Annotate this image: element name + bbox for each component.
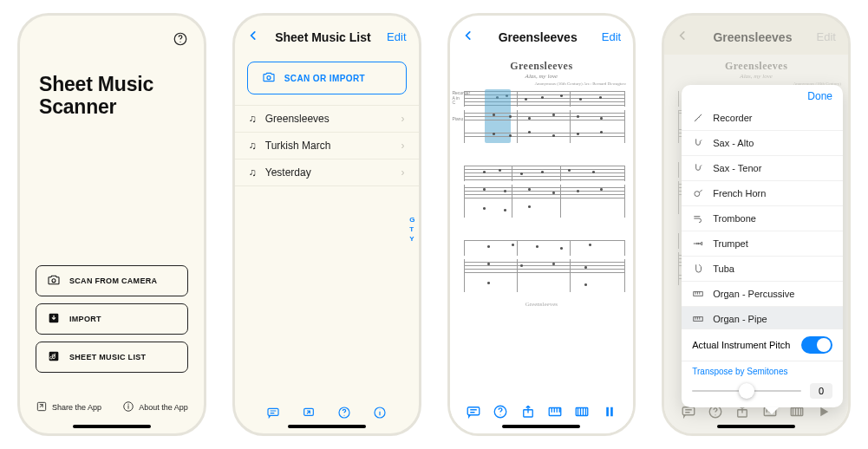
sheet-subtitle: Alas, my love: [450, 73, 634, 80]
metronome-icon[interactable]: [574, 404, 590, 420]
about-app-label: About the App: [139, 403, 188, 412]
instrument-icon[interactable]: [547, 404, 563, 420]
svg-rect-29: [694, 317, 703, 322]
share-icon: [36, 400, 48, 414]
done-button[interactable]: Done: [682, 85, 843, 106]
player-toolbar: [450, 404, 634, 420]
camera-icon: [262, 70, 276, 86]
song-row[interactable]: ♫ Yesterday ›: [235, 159, 419, 186]
share-app-link[interactable]: Share the App: [36, 400, 101, 414]
help-icon[interactable]: [337, 406, 351, 420]
back-button[interactable]: [462, 28, 474, 46]
main-action-buttons: SCAN FROM CAMERA IMPORT SHEET MUSIC LIST: [36, 265, 188, 373]
scan-from-camera-button[interactable]: SCAN FROM CAMERA: [36, 265, 188, 296]
about-app-link[interactable]: About the App: [122, 400, 188, 414]
music-note-icon: ♫: [249, 113, 257, 125]
back-button[interactable]: [676, 28, 689, 46]
song-label: Greensleeves: [265, 113, 393, 125]
share-icon[interactable]: [302, 406, 316, 420]
transpose-value: 0: [810, 383, 832, 399]
instrument-row[interactable]: Tuba: [682, 257, 843, 282]
index-letter: Y: [409, 235, 414, 243]
svg-point-15: [500, 414, 501, 415]
edit-button[interactable]: Edit: [602, 30, 621, 43]
screen-sheet-view: Greensleeves Edit Greensleeves Alas, my …: [447, 13, 636, 436]
help-icon[interactable]: [493, 404, 508, 420]
instrument-row[interactable]: Organ - Percussive: [682, 282, 843, 307]
scan-or-import-button[interactable]: SCAN OR IMPORT: [247, 62, 407, 94]
pitch-toggle[interactable]: [801, 336, 832, 354]
pause-icon[interactable]: [602, 404, 617, 420]
pitch-label: Actual Instrument Pitch: [692, 340, 790, 350]
transpose-slider[interactable]: [692, 390, 801, 392]
tuba-icon: [692, 263, 704, 275]
scan-import-label: SCAN OR IMPORT: [284, 74, 365, 83]
instrument-label: French Horn: [713, 188, 766, 198]
chevron-right-icon: ›: [401, 113, 405, 125]
svg-rect-28: [694, 292, 703, 296]
chat-icon[interactable]: [466, 404, 481, 420]
svg-rect-8: [268, 408, 278, 415]
instrument-row[interactable]: Recorder: [682, 106, 843, 131]
export-icon[interactable]: [520, 404, 536, 420]
slider-thumb[interactable]: [739, 383, 754, 399]
nav-header: Greensleeves Edit: [450, 16, 634, 55]
index-scroll[interactable]: G T Y: [409, 216, 414, 243]
sheet-title: Greensleeves: [664, 60, 848, 73]
instrument-row[interactable]: Sax - Tenor: [682, 156, 843, 181]
music-list-icon: [47, 349, 61, 365]
chat-icon[interactable]: [266, 406, 280, 420]
nav-title: Greensleeves: [499, 30, 578, 44]
instrument-row[interactable]: Sax - Alto: [682, 131, 843, 156]
info-icon: [122, 400, 134, 414]
sheet-music-list-button[interactable]: SHEET MUSIC LIST: [36, 342, 188, 373]
recorder-icon: [692, 112, 704, 124]
song-label: Turkish March: [265, 140, 393, 152]
back-button[interactable]: [247, 28, 259, 46]
pitch-toggle-row: Actual Instrument Pitch: [682, 329, 843, 361]
popup-arrow: [765, 407, 779, 414]
instrument-row[interactable]: Trombone: [682, 206, 843, 231]
piano-staff: [464, 259, 625, 292]
staff-system: [450, 183, 634, 219]
instrument-label: Recorder: [713, 113, 752, 123]
nav-title: Greensleeves: [713, 30, 792, 44]
sheet-subtitle: Alas, my love: [664, 73, 848, 80]
svg-rect-21: [682, 407, 695, 415]
piano-staff: [464, 185, 625, 218]
staff-system: Recorder A in C: [450, 86, 634, 108]
edit-button[interactable]: Edit: [387, 30, 406, 43]
instrument-list[interactable]: Recorder Sax - Alto Sax - Tenor French H…: [682, 106, 843, 329]
app-title: Sheet Music Scanner: [39, 73, 185, 119]
instrument-row[interactable]: Organ - Pipe: [682, 307, 843, 329]
sheet-title: Greensleeves: [450, 60, 634, 73]
edit-button[interactable]: Edit: [817, 30, 836, 43]
info-icon[interactable]: [373, 406, 387, 420]
svg-point-23: [715, 414, 716, 415]
import-button[interactable]: IMPORT: [36, 303, 188, 335]
piano-staff: [464, 110, 625, 143]
index-letter: G: [409, 216, 414, 224]
song-row[interactable]: ♫ Turkish March ›: [235, 133, 419, 159]
sheet-music-area[interactable]: Greensleeves Alas, my love Anonymous (16…: [450, 55, 634, 433]
page-footer-title: Greensleeves: [450, 301, 634, 308]
horn-icon: [692, 187, 704, 199]
scan-camera-label: SCAN FROM CAMERA: [69, 277, 157, 285]
instrument-label: Tuba: [713, 264, 734, 274]
keyboard-icon: [692, 313, 704, 325]
recorder-staff: [464, 166, 625, 181]
instrument-row[interactable]: French Horn: [682, 181, 843, 206]
instrument-row[interactable]: Trumpet: [682, 231, 843, 257]
nav-header: Sheet Music List Edit: [235, 16, 419, 55]
home-indicator: [288, 425, 366, 428]
home-indicator: [502, 425, 580, 428]
svg-point-27: [695, 192, 700, 197]
staff-system: Piano: [450, 108, 634, 145]
svg-point-1: [179, 42, 180, 42]
svg-point-11: [344, 415, 345, 416]
camera-icon: [47, 273, 61, 289]
help-icon[interactable]: [173, 31, 188, 47]
song-row[interactable]: ♫ Greensleeves ›: [235, 105, 419, 133]
trombone-icon: [692, 212, 704, 224]
trumpet-icon: [692, 238, 704, 250]
